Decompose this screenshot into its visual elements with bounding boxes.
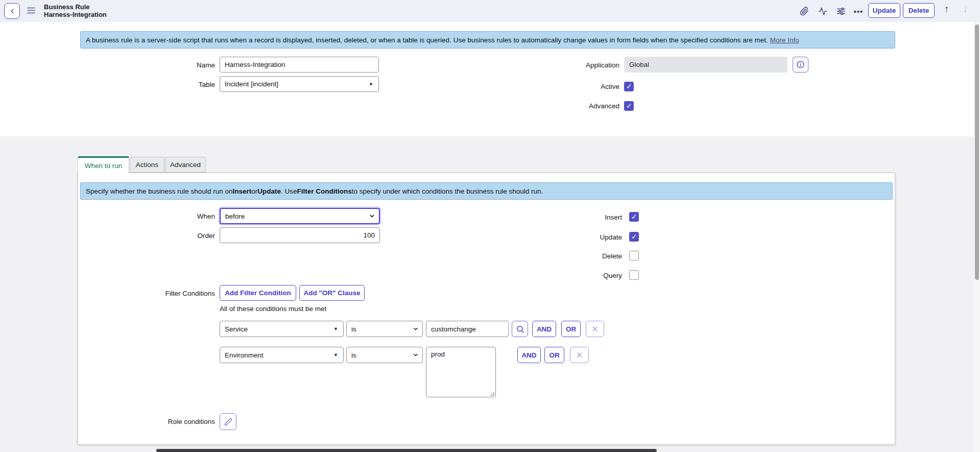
personalize-form-button[interactable] (834, 5, 848, 18)
business-rule-form-page: Business Rule Harness-Integration ••• Up… (0, 0, 980, 452)
table-select[interactable]: Incident [incident] ▼ (220, 76, 379, 92)
active-label: Active (536, 82, 619, 91)
arrow-up-icon: ↑ (944, 4, 949, 14)
tab-advanced[interactable]: Advanced (165, 157, 206, 173)
tab-actions[interactable]: Actions (130, 157, 164, 173)
update-checkbox[interactable] (629, 232, 639, 242)
pencil-icon (224, 418, 232, 426)
back-button[interactable] (4, 3, 20, 19)
next-record-button[interactable]: ↓ (963, 4, 968, 15)
activity-stream-button[interactable] (816, 5, 829, 18)
condition-2-operator-value: is (351, 351, 356, 359)
condition-1-lookup-button[interactable] (512, 321, 528, 337)
page-title: Business Rule (44, 3, 107, 11)
context-menu-icon[interactable] (27, 7, 35, 14)
chevron-down-icon (369, 213, 375, 220)
search-icon (516, 325, 524, 334)
condition-1-value-input[interactable] (426, 321, 509, 337)
condition-2-remove-button[interactable] (570, 347, 589, 363)
banner-text-part: to specify under which conditions the bu… (352, 187, 543, 195)
role-conditions-label: Role conditions (123, 417, 215, 426)
condition-2-field-select[interactable]: Environment ▼ (220, 347, 344, 363)
close-icon (576, 351, 583, 359)
order-input[interactable] (220, 227, 380, 243)
application-input (624, 57, 787, 73)
query-checkbox[interactable] (629, 270, 639, 280)
chevron-down-icon (413, 326, 419, 332)
delete-label: Delete (552, 252, 622, 260)
caret-down-icon: ▼ (369, 82, 373, 87)
update-button[interactable]: Update (868, 3, 900, 18)
paperclip-icon (800, 7, 809, 16)
condition-1-field-value: Service (225, 325, 248, 333)
caret-down-icon: ▼ (333, 352, 338, 358)
add-filter-condition-button[interactable]: Add Filter Condition (220, 285, 296, 301)
delete-button[interactable]: Delete (903, 3, 935, 18)
caret-down-icon: ▼ (333, 326, 338, 331)
insert-label: Insert (552, 213, 622, 222)
when-label: When (123, 212, 215, 221)
condition-2-operator-select[interactable]: is (346, 347, 423, 363)
condition-2-value-textarea[interactable]: prod (426, 347, 496, 397)
when-select[interactable]: before (220, 208, 380, 224)
chevron-left-icon (9, 8, 16, 15)
vertical-scrollbar[interactable] (974, 22, 980, 452)
more-options-button[interactable]: ••• (852, 5, 865, 18)
when-to-run-info-banner: Specify whether the business rule should… (80, 182, 893, 200)
banner-bold-update: Update (257, 187, 281, 195)
close-icon (591, 325, 599, 332)
attachments-button[interactable] (798, 5, 811, 18)
more-info-link[interactable]: More Info (770, 36, 799, 44)
edit-role-conditions-button[interactable] (220, 413, 236, 430)
name-input[interactable] (220, 57, 379, 73)
add-or-clause-button[interactable]: Add "OR" Clause (299, 285, 365, 301)
table-select-value: Incident [incident] (225, 80, 278, 88)
filter-conditions-label: Filter Conditions (123, 289, 215, 298)
info-icon (796, 60, 805, 69)
condition-match-text: All of these conditions must be met (220, 305, 326, 313)
ellipsis-icon: ••• (854, 7, 864, 16)
record-title: Business Rule Harness-Integration (44, 3, 107, 18)
condition-2-and-button[interactable]: AND (517, 347, 541, 363)
condition-2-field-value: Environment (225, 351, 264, 359)
activity-icon (818, 7, 827, 16)
when-select-value: before (225, 212, 245, 220)
delete-checkbox[interactable] (629, 251, 639, 260)
table-label: Table (123, 80, 215, 89)
advanced-checkbox[interactable] (624, 101, 634, 111)
condition-1-operator-value: is (351, 325, 356, 333)
condition-2-or-button[interactable]: OR (544, 347, 564, 363)
condition-1-operator-select[interactable]: is (346, 321, 423, 337)
update-label: Update (552, 233, 622, 242)
business-rule-info-banner: A business rule is a server-side script … (80, 31, 895, 49)
banner-bold-filter-conditions: Filter Conditions (297, 187, 352, 195)
condition-1-or-button[interactable]: OR (561, 321, 581, 337)
condition-1-field-select[interactable]: Service ▼ (220, 321, 344, 337)
info-banner-text: A business rule is a server-side script … (86, 36, 768, 44)
application-info-button[interactable] (793, 57, 808, 73)
name-label: Name (123, 61, 215, 69)
arrow-down-icon: ↓ (963, 4, 968, 14)
application-label: Application (536, 61, 619, 69)
chevron-down-icon (413, 352, 419, 358)
tab-when-to-run[interactable]: When to run (78, 156, 129, 173)
record-name: Harness-Integration (44, 11, 107, 18)
vertical-scrollbar-thumb[interactable] (975, 25, 979, 280)
banner-text-part: Specify whether the business rule should… (86, 187, 232, 195)
order-label: Order (123, 231, 215, 240)
previous-record-button[interactable]: ↑ (944, 4, 949, 15)
condition-1-and-button[interactable]: AND (532, 321, 556, 337)
banner-text-part: or (251, 187, 257, 195)
query-label: Query (552, 271, 622, 280)
banner-bold-insert: Insert (232, 187, 251, 195)
form-header-bar: Business Rule Harness-Integration ••• Up… (0, 0, 980, 22)
horizontal-scrollbar-thumb[interactable] (156, 449, 657, 452)
banner-text-part: . Use (281, 187, 297, 195)
sliders-icon (836, 7, 846, 16)
condition-1-remove-button[interactable] (586, 321, 604, 337)
insert-checkbox[interactable] (629, 212, 639, 222)
active-checkbox[interactable] (624, 82, 634, 91)
advanced-label: Advanced (536, 102, 619, 110)
